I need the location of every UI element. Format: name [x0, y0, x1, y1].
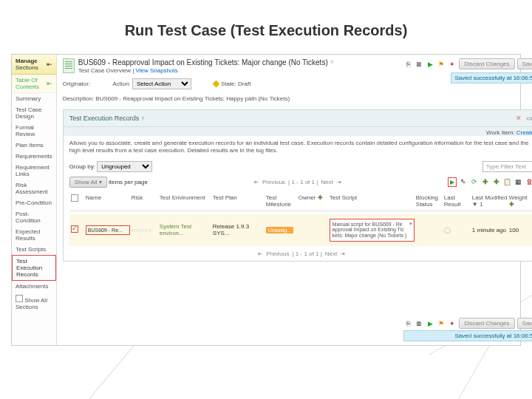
sidebar-item-3[interactable]: Plan Items: [12, 140, 56, 151]
doc-icon[interactable]: 🗎: [415, 319, 423, 328]
add-icon[interactable]: ✚: [481, 177, 490, 186]
ter-title: Test Execution Records ?: [69, 115, 145, 122]
checkbox-icon[interactable]: [16, 295, 23, 302]
action-select[interactable]: Select Action: [132, 78, 191, 89]
ter-table: Name Risk Test Environment Test Plan Tes…: [69, 191, 532, 246]
row-milestone[interactable]: Unassig...: [266, 227, 293, 233]
view-snapshots-link[interactable]: View Snapshots: [135, 67, 177, 74]
table-header: Name Risk Test Environment Test Plan Tes…: [69, 191, 532, 211]
columns-icon[interactable]: ▦: [514, 177, 523, 186]
ter-panel: Test Execution Records ? ✕ ▭ Work Item: …: [63, 109, 532, 262]
row-name[interactable]: BUS609 - Re...: [86, 225, 130, 235]
save-button[interactable]: Save: [517, 318, 532, 329]
col-blocking[interactable]: Blocking Status: [416, 194, 443, 208]
main-panel: BUS609 - Reapproval Impact on Existing T…: [57, 55, 532, 345]
col-weight[interactable]: Weight ✚: [509, 194, 532, 208]
star-icon[interactable]: ✦: [448, 319, 457, 328]
col-owner[interactable]: Owner: [299, 194, 316, 201]
sidebar-item-5[interactable]: Requirement Links: [12, 162, 56, 180]
state-diamond-icon: [212, 81, 219, 88]
row-script-select[interactable]: Manual script for BUS609 - Re approval I…: [330, 219, 415, 242]
collapse-panel-icon[interactable]: ▭: [525, 114, 532, 123]
row-env-link[interactable]: System Test environ...: [160, 223, 211, 236]
filter-input[interactable]: Type Filter Text: [482, 161, 532, 172]
top-toolbar: ⎘ 🗎 ▶ ⚑ ✦ Discard Changes Save: [403, 58, 532, 69]
row-plan: Release 1.9.3 SYS...: [213, 223, 265, 236]
next-link[interactable]: Next: [321, 179, 332, 185]
flag-icon[interactable]: ⚑: [437, 60, 446, 69]
col-name[interactable]: Name: [86, 194, 130, 208]
sidebar-item-4[interactable]: Requirements: [12, 151, 56, 162]
ter-description: Allows you to associate, create and gene…: [69, 140, 532, 155]
col-risk[interactable]: Risk: [132, 194, 158, 208]
description-field: Description: BUS609 - Reapproval Impact …: [63, 95, 532, 102]
group-by-field: Group by: Ungrouped: [69, 161, 152, 172]
sidebar-item-9[interactable]: Expected Results: [12, 226, 56, 244]
app-window: Manage Sections ⇤ Table Of Contents ⇤ Su…: [11, 54, 521, 346]
generate-icon[interactable]: ✚: [492, 177, 501, 186]
col-lastmod[interactable]: Last Modified▼ 1: [472, 194, 508, 208]
sidebar-item-11[interactable]: Test Execution Records: [12, 255, 56, 281]
toc-header: Table Of Contents ⇤: [12, 75, 56, 93]
col-lastresult[interactable]: Last Result: [444, 194, 471, 208]
sidebar-item-1[interactable]: Test Case Design: [12, 104, 56, 122]
add-weight-icon[interactable]: ✚: [509, 201, 514, 208]
doc-icon[interactable]: 🗎: [415, 60, 423, 69]
row-checkbox[interactable]: [71, 225, 78, 233]
refresh-icon[interactable]: ⟳: [470, 177, 479, 186]
run-selected-button[interactable]: ▶: [448, 177, 457, 187]
show-all-button[interactable]: Show All ▾: [69, 177, 107, 188]
sidebar-item-8[interactable]: Post-Condition: [12, 208, 56, 226]
copy-icon[interactable]: ⎘: [403, 60, 412, 69]
table-row[interactable]: BUS609 - Re... ○○○○○ System Test environ…: [69, 214, 532, 246]
delete-icon[interactable]: 🗑: [525, 177, 532, 186]
star-icon[interactable]: ✦: [448, 60, 457, 69]
group-by-select[interactable]: Ungrouped: [97, 161, 152, 172]
show-all-sections[interactable]: Show All Sections: [12, 292, 56, 313]
copy-icon[interactable]: ⎘: [403, 319, 412, 328]
work-item-row: Work Item: Create: [64, 127, 532, 136]
discard-button[interactable]: Discard Changes: [459, 58, 514, 69]
sidebar-item-6[interactable]: Risk Assessment: [12, 180, 56, 197]
save-button[interactable]: Save: [517, 58, 532, 69]
col-milestone[interactable]: Test Milestone: [266, 194, 297, 208]
run-icon[interactable]: ▶: [426, 319, 434, 328]
sidebar-item-7[interactable]: Pre-Condition: [12, 197, 56, 208]
collapse-icon[interactable]: ⇤: [47, 60, 52, 69]
col-plan[interactable]: Test Plan: [213, 194, 265, 208]
export-icon[interactable]: 📋: [503, 177, 512, 186]
row-risk: ○○○○○: [132, 227, 158, 233]
col-env[interactable]: Test Environment: [160, 194, 211, 208]
help-icon[interactable]: ?: [141, 115, 144, 122]
flag-icon[interactable]: ⚑: [437, 319, 446, 328]
help-icon[interactable]: ?: [330, 59, 333, 66]
col-script[interactable]: Test Script: [330, 194, 415, 208]
row-lastresult: ◯: [444, 227, 471, 233]
edit-icon[interactable]: ✎: [459, 177, 468, 186]
run-icon[interactable]: ▶: [426, 60, 434, 69]
discard-button[interactable]: Discard Changes: [459, 318, 514, 329]
items-per-page-label: items per page: [109, 179, 148, 185]
sidebar-item-0[interactable]: Summary: [12, 93, 56, 104]
select-all-checkbox[interactable]: [71, 194, 78, 202]
saved-message: Saved successfully at 16:06:56: [451, 72, 532, 83]
toc-collapse-icon[interactable]: ⇤: [47, 79, 52, 88]
sidebar-header: Manage Sections ⇤: [12, 55, 56, 75]
next-link[interactable]: Next: [325, 250, 337, 257]
prev-link[interactable]: Previous: [266, 250, 289, 257]
row-weight: 100: [509, 227, 532, 233]
create-work-item-link[interactable]: Create: [516, 129, 532, 136]
testcase-doc-icon: [63, 58, 75, 73]
prev-link[interactable]: Previous: [262, 179, 285, 185]
pager-bottom: ⇤Previous | 1 - 1 of 1 | Next⇥: [69, 250, 532, 257]
add-owner-icon[interactable]: ✚: [318, 194, 323, 201]
state-field: State: Draft: [214, 81, 250, 87]
slide-title: Run Test Case (Test Execution Records): [0, 0, 532, 54]
sidebar-item-10[interactable]: Test Scripts: [12, 244, 56, 255]
bottom-toolbar: ⎘ 🗎 ▶ ⚑ ✦ Discard Changes Save Saved suc…: [403, 318, 532, 341]
action-field: Action: Select Action: [112, 78, 191, 89]
sidebar-item-12[interactable]: Attachments: [12, 281, 56, 292]
close-panel-icon[interactable]: ✕: [514, 114, 523, 123]
originator-label: Originator:: [63, 81, 90, 87]
sidebar-item-2[interactable]: Formal Review: [12, 122, 56, 140]
